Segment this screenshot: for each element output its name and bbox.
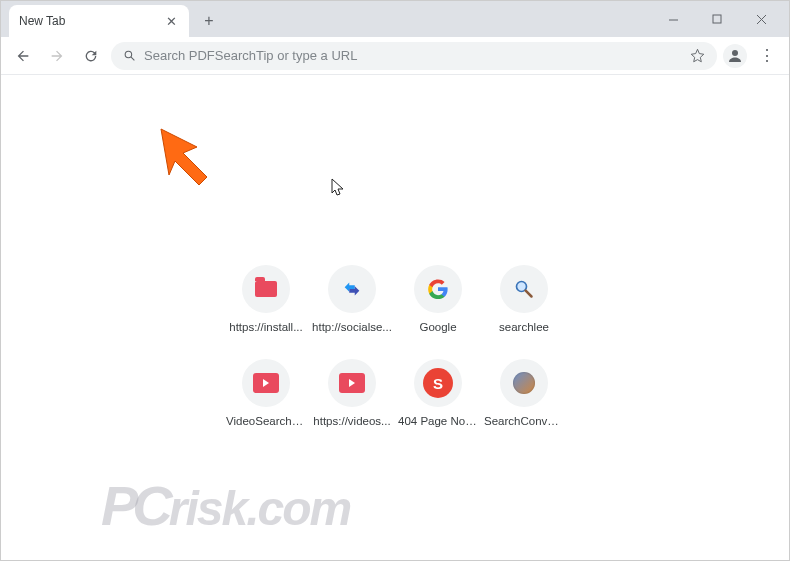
shortcut-label: 404 Page Not ... xyxy=(398,415,478,427)
shortcut-label: SearchConver... xyxy=(484,415,564,427)
minimize-button[interactable] xyxy=(651,4,695,34)
shortcut-label: VideoSearchA... xyxy=(226,415,306,427)
watermark-text: PCrisk.com xyxy=(101,473,350,538)
arrows-icon xyxy=(328,265,376,313)
address-input[interactable] xyxy=(144,48,682,63)
bookmark-star-icon[interactable] xyxy=(690,48,705,63)
svg-line-8 xyxy=(526,291,532,297)
globe-icon xyxy=(500,359,548,407)
search-icon xyxy=(123,49,136,62)
window-controls xyxy=(651,1,789,37)
shortcut-tile[interactable]: SearchConver... xyxy=(481,359,567,427)
omnibox[interactable] xyxy=(111,42,717,70)
magnifier-icon xyxy=(500,265,548,313)
shortcut-tile[interactable]: searchlee xyxy=(481,265,567,333)
shortcut-tile[interactable]: http://socialse... xyxy=(309,265,395,333)
svg-point-4 xyxy=(125,51,132,58)
shortcuts-grid: https://install... http://socialse... Go… xyxy=(223,265,567,427)
reload-button[interactable] xyxy=(77,42,105,70)
toolbar: ⋮ xyxy=(1,37,789,75)
back-button[interactable] xyxy=(9,42,37,70)
video-icon xyxy=(242,359,290,407)
shortcut-label: https://install... xyxy=(229,321,303,333)
forward-button[interactable] xyxy=(43,42,71,70)
profile-avatar-button[interactable] xyxy=(723,44,747,68)
folder-icon xyxy=(242,265,290,313)
shortcut-label: http://socialse... xyxy=(312,321,392,333)
shortcut-tile[interactable]: https://videos... xyxy=(309,359,395,427)
tab-new-tab[interactable]: New Tab ✕ xyxy=(9,5,189,37)
close-window-button[interactable] xyxy=(739,4,783,34)
new-tab-button[interactable]: + xyxy=(195,7,223,35)
kebab-menu-button[interactable]: ⋮ xyxy=(753,46,781,65)
cursor-icon xyxy=(331,178,347,202)
shortcut-tile[interactable]: https://install... xyxy=(223,265,309,333)
shortcut-label: https://videos... xyxy=(313,415,390,427)
tab-close-button[interactable]: ✕ xyxy=(164,15,179,28)
shortcut-label: searchlee xyxy=(499,321,549,333)
svg-point-6 xyxy=(732,50,738,56)
shortcut-tile[interactable]: VideoSearchA... xyxy=(223,359,309,427)
new-tab-page: https://install... http://socialse... Go… xyxy=(1,75,789,560)
svg-rect-1 xyxy=(713,15,721,23)
annotation-arrow-icon xyxy=(151,119,231,203)
svg-marker-9 xyxy=(161,129,207,185)
tab-strip: New Tab ✕ + xyxy=(1,1,789,37)
letter-s-icon: S xyxy=(414,359,462,407)
tab-title: New Tab xyxy=(19,14,164,28)
shortcut-label: Google xyxy=(419,321,456,333)
shortcut-tile[interactable]: Google xyxy=(395,265,481,333)
shortcut-tile[interactable]: S 404 Page Not ... xyxy=(395,359,481,427)
google-icon xyxy=(414,265,462,313)
maximize-button[interactable] xyxy=(695,4,739,34)
video-icon xyxy=(328,359,376,407)
browser-window: New Tab ✕ + xyxy=(0,0,790,561)
svg-line-5 xyxy=(131,57,134,60)
